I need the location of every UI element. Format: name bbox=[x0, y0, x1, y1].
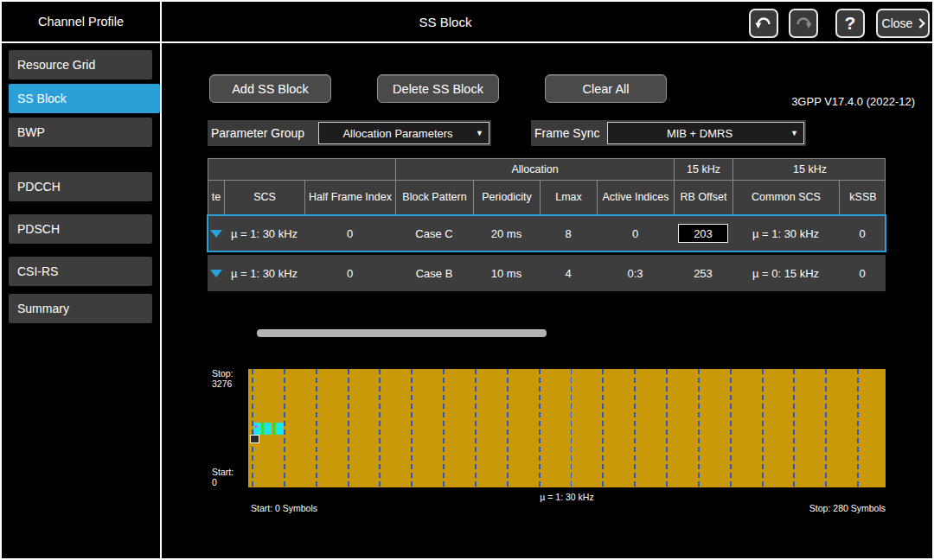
cell-rb-offset[interactable] bbox=[674, 215, 732, 251]
cell-kssb[interactable]: 0 bbox=[839, 215, 886, 251]
sidebar-item-label: Summary bbox=[17, 302, 69, 315]
sidebar-divider bbox=[160, 2, 162, 558]
parameter-group-label: Parameter Group bbox=[208, 126, 318, 140]
cell-block-pattern[interactable]: Case B bbox=[395, 255, 473, 291]
cell-half-frame-index[interactable]: 0 bbox=[304, 255, 395, 291]
sidebar-item-label: SS Block bbox=[17, 92, 67, 105]
group-header-common-unit: 15 kHz bbox=[733, 159, 886, 180]
x-axis-start-label: Start: 0 Symbols bbox=[251, 503, 317, 513]
y-axis-start-label: Start: bbox=[212, 467, 248, 477]
cell-lmax[interactable]: 8 bbox=[540, 215, 597, 251]
cell-state[interactable] bbox=[208, 215, 224, 251]
page-title: SS Block bbox=[160, 2, 731, 41]
sidebar-item-resource-grid[interactable]: Resource Grid bbox=[9, 50, 152, 80]
sidebar-nav: Resource Grid SS Block BWP PDCCH PDSCH C… bbox=[3, 45, 160, 560]
frame-sync-dropdown[interactable]: MIB + DMRS ▼ bbox=[607, 122, 804, 144]
sidebar-item-bwp[interactable]: BWP bbox=[9, 118, 152, 147]
allocation-chart-panel: Stop: 3276 Start: 0 µ = 1: 30 kHz Start:… bbox=[208, 365, 886, 519]
dropdown-arrow-icon: ▼ bbox=[790, 129, 798, 137]
undo-button[interactable] bbox=[749, 9, 778, 38]
y-axis-stop-value: 3276 bbox=[212, 379, 248, 389]
column-header-kssb: kSSB bbox=[840, 181, 886, 214]
parameter-group-value: Allocation Parameters bbox=[342, 127, 464, 140]
column-header-block-pattern: Block Pattern bbox=[396, 181, 474, 214]
add-ss-block-button[interactable]: Add SS Block bbox=[209, 74, 331, 103]
close-chevron-icon bbox=[916, 18, 925, 28]
cell-scs[interactable]: µ = 1: 30 kHz bbox=[224, 255, 304, 291]
cell-periodicity[interactable]: 10 ms bbox=[473, 255, 540, 291]
table-column-header: te SCS Half Frame Index Block Pattern Pe… bbox=[208, 181, 886, 215]
close-button[interactable]: Close bbox=[876, 9, 930, 38]
group-header-allocation: Allocation bbox=[396, 159, 675, 180]
table-group-header: Allocation 15 kHz 15 kHz bbox=[208, 158, 886, 181]
group-header-rb-offset-unit: 15 kHz bbox=[675, 159, 733, 180]
parameter-group-panel: Parameter Group Allocation Parameters ▼ bbox=[208, 120, 491, 146]
state-dropdown-icon[interactable] bbox=[210, 230, 222, 238]
cell-block-pattern[interactable]: Case C bbox=[395, 215, 473, 251]
sidebar-title: Channel Profile bbox=[2, 2, 160, 41]
ssb-allocation-block bbox=[276, 423, 284, 435]
dropdown-arrow-icon: ▼ bbox=[476, 129, 483, 137]
cell-periodicity[interactable]: 20 ms bbox=[473, 215, 540, 251]
rb-offset-input[interactable] bbox=[678, 224, 728, 243]
column-header-scs: SCS bbox=[225, 181, 305, 214]
allocation-plot bbox=[248, 369, 886, 487]
sidebar-item-label: Resource Grid bbox=[17, 58, 95, 72]
y-axis-start-value: 0 bbox=[212, 477, 248, 487]
cell-common-scs[interactable]: µ = 1: 30 kHz bbox=[732, 215, 839, 251]
numerology-label: µ = 1: 30 kHz bbox=[248, 492, 886, 502]
title-bar: Channel Profile SS Block ? Close bbox=[2, 2, 932, 43]
ssb-allocation-block bbox=[255, 425, 257, 428]
close-button-label: Close bbox=[882, 16, 913, 30]
column-header-periodicity: Periodicity bbox=[474, 181, 541, 214]
horizontal-scrollbar-thumb[interactable] bbox=[257, 329, 547, 337]
state-dropdown-icon[interactable] bbox=[210, 270, 222, 277]
cell-half-frame-index[interactable]: 0 bbox=[304, 215, 395, 251]
column-header-lmax: Lmax bbox=[541, 181, 598, 214]
sidebar-item-label: PDCCH bbox=[17, 180, 61, 194]
column-header-half-frame-index: Half Frame Index bbox=[305, 181, 396, 214]
column-header-rb-offset: RB Offset bbox=[675, 181, 733, 214]
sidebar-item-label: PDSCH bbox=[17, 222, 60, 236]
column-header-active-indices: Active Indices bbox=[598, 181, 675, 214]
frame-sync-label: Frame Sync bbox=[531, 126, 607, 140]
column-header-common-scs: Common SCS bbox=[733, 181, 840, 214]
sidebar-item-summary[interactable]: Summary bbox=[9, 294, 152, 323]
app-window: Channel Profile SS Block ? Close Resourc… bbox=[0, 0, 934, 560]
sidebar-item-label: CSI-RS bbox=[17, 264, 58, 278]
horizontal-scrollbar-track[interactable] bbox=[208, 327, 886, 339]
parameter-group-dropdown[interactable]: Allocation Parameters ▼ bbox=[318, 122, 489, 144]
sidebar-item-label: BWP bbox=[17, 125, 45, 139]
table-row[interactable]: µ = 1: 30 kHz 0 Case B 10 ms 4 0:3 253 µ… bbox=[208, 255, 886, 291]
ssb-allocation-block bbox=[250, 435, 259, 443]
sidebar-item-pdsch[interactable]: PDSCH bbox=[9, 214, 152, 244]
group-header-blank bbox=[208, 159, 396, 180]
cell-lmax[interactable]: 4 bbox=[540, 255, 597, 291]
sidebar-item-pdcch[interactable]: PDCCH bbox=[9, 172, 152, 201]
y-axis-start: Start: 0 bbox=[212, 467, 248, 487]
undo-icon bbox=[754, 14, 773, 33]
sidebar-item-ss-block[interactable]: SS Block bbox=[9, 84, 160, 113]
redo-button[interactable] bbox=[789, 9, 818, 38]
cell-state[interactable] bbox=[208, 255, 224, 291]
x-axis-stop-label: Stop: 280 Symbols bbox=[809, 503, 886, 513]
frame-sync-value: MIB + DMRS bbox=[667, 127, 745, 140]
y-axis-stop-label: Stop: bbox=[212, 368, 248, 379]
clear-all-button[interactable]: Clear All bbox=[545, 74, 667, 103]
frame-sync-panel: Frame Sync MIB + DMRS ▼ bbox=[531, 120, 806, 146]
cell-common-scs[interactable]: µ = 0: 15 kHz bbox=[732, 255, 839, 291]
redo-icon bbox=[794, 14, 813, 33]
cell-active-indices[interactable]: 0 bbox=[597, 215, 674, 251]
cell-scs[interactable]: µ = 1: 30 kHz bbox=[224, 215, 304, 251]
standard-version-label: 3GPP V17.4.0 (2022-12) bbox=[745, 95, 915, 108]
table-row[interactable]: µ = 1: 30 kHz 0 Case C 20 ms 8 0 µ = 1: … bbox=[208, 215, 886, 251]
delete-ss-block-button[interactable]: Delete SS Block bbox=[377, 74, 499, 103]
sidebar-item-csi-rs[interactable]: CSI-RS bbox=[9, 257, 152, 286]
help-button[interactable]: ? bbox=[835, 9, 865, 38]
column-header-state: te bbox=[208, 181, 225, 214]
ssb-allocation-block bbox=[264, 423, 272, 435]
cell-kssb[interactable]: 0 bbox=[839, 255, 886, 291]
cell-active-indices[interactable]: 0:3 bbox=[597, 255, 674, 291]
cell-rb-offset[interactable]: 253 bbox=[674, 255, 732, 291]
y-axis-stop: Stop: 3276 bbox=[212, 368, 248, 389]
